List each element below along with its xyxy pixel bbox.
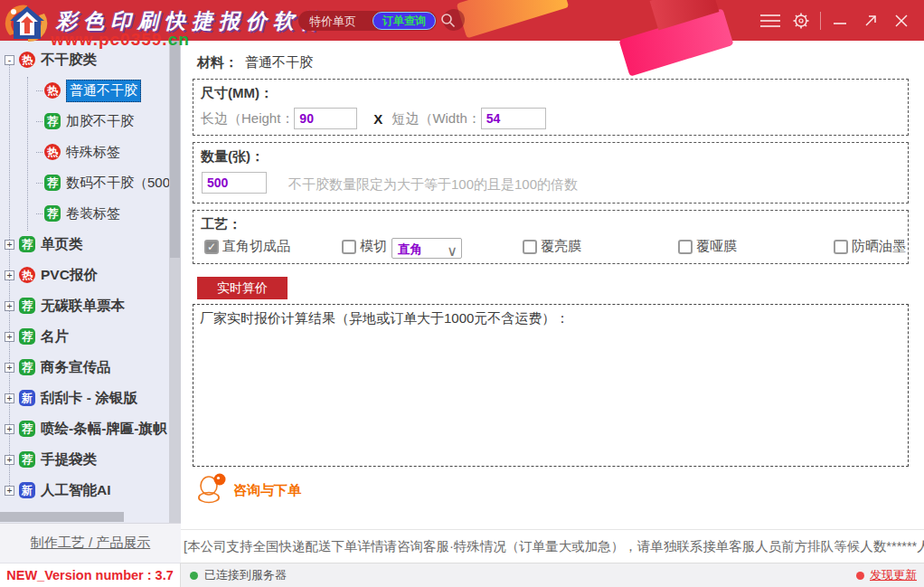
qq-chat-icon <box>197 473 226 507</box>
search-input[interactable]: 特价单页 订单查询 <box>298 11 437 31</box>
checkbox-unchecked[interactable] <box>678 240 693 254</box>
tree-item-label[interactable]: 数码不干胶（500张以 <box>66 175 169 192</box>
tree-stub <box>36 121 42 122</box>
select-value: 直角 <box>398 241 422 258</box>
recommend-badge: 荐 <box>44 175 61 191</box>
tree-item-weixin-mingpian[interactable]: + 热 微信名片 <box>0 506 169 511</box>
expand-icon[interactable]: + <box>5 455 14 465</box>
close-button[interactable] <box>886 7 917 34</box>
consult-order-link[interactable]: 咨询与下单 <box>197 473 301 507</box>
expand-icon[interactable]: + <box>5 424 14 434</box>
tree-item-label[interactable]: 名片 <box>41 327 69 346</box>
tree-item-shuma-buganjiao[interactable]: 荐 数码不干胶（500张以 <box>0 167 169 198</box>
size-section: 尺寸(MM)： 长边（Height： X 短边（Width： <box>193 79 909 136</box>
die-cut-shape-select[interactable]: 直角 ∨ <box>391 238 462 259</box>
tree-item-label[interactable]: 刮刮卡 - 涂银版 <box>41 389 137 408</box>
tree-item-jiajiao-buganjiao[interactable]: 荐 加胶不干胶 <box>0 106 169 137</box>
realtime-quote-button[interactable]: 实时算价 <box>197 277 288 299</box>
tree-item-rengong-zhineng-ai[interactable]: + 新 人工智能AI <box>0 475 169 506</box>
tree-stub <box>36 183 42 184</box>
tree-item-label[interactable]: 无碳联单票本 <box>41 297 125 316</box>
order-query-button[interactable]: 订单查询 <box>372 12 436 30</box>
controls-divider <box>820 12 821 30</box>
tree-item-juanzhuang-biaoqian[interactable]: 荐 卷装标签 <box>0 198 169 229</box>
hscrollbar-thumb[interactable] <box>0 512 124 522</box>
tree-item-label[interactable]: PVC报价 <box>41 266 98 285</box>
tree-item-teshu-biaoqian[interactable]: 热 特殊标签 <box>0 137 169 167</box>
tree-item-wutan-liandan[interactable]: + 荐 无碳联单票本 <box>0 290 169 321</box>
tree-item-label[interactable]: 手提袋类 <box>41 450 97 469</box>
expand-icon[interactable]: + <box>5 270 14 280</box>
tree-item-label[interactable]: 卷装标签 <box>66 205 120 222</box>
expand-icon[interactable]: + <box>5 240 14 250</box>
consult-order-label[interactable]: 咨询与下单 <box>233 482 301 499</box>
tree-item-danye-lei[interactable]: + 荐 单页类 <box>0 229 169 260</box>
checkbox-checked[interactable]: ✓ <box>204 240 219 254</box>
checkbox-unchecked[interactable] <box>834 240 848 254</box>
expand-icon[interactable]: + <box>5 393 14 403</box>
recommend-badge: 荐 <box>19 421 35 437</box>
craft-section-title: 工艺： <box>201 216 241 233</box>
tree-item-label[interactable]: 人工智能AI <box>41 481 111 500</box>
tree-item-penhui-tiaofu[interactable]: + 荐 喷绘-条幅-牌匾-旗帜 <box>0 413 169 444</box>
decorative-ribbon-orange <box>457 0 570 38</box>
update-dot-icon <box>856 572 864 580</box>
material-label: 材料： <box>197 54 238 70</box>
craft-option-right-angle-cut[interactable]: ✓ 直角切成品 <box>204 238 290 255</box>
craft-option-uv-ink[interactable]: 防晒油墨 <box>834 238 906 255</box>
tree-item-label[interactable]: 特殊标签 <box>66 144 120 161</box>
tree-item-shoutidai-lei[interactable]: + 荐 手提袋类 <box>0 444 169 475</box>
window-controls <box>755 0 917 41</box>
craft-option-die-cut[interactable]: 模切 <box>342 238 387 255</box>
tree-item-mingpian[interactable]: + 荐 名片 <box>0 321 169 352</box>
size-section-title: 尺寸(MM)： <box>201 85 273 102</box>
minimize-button[interactable] <box>825 7 855 34</box>
tree-item-putong-buganjiao[interactable]: 热 普通不干胶 <box>0 75 169 106</box>
quantity-input[interactable] <box>202 172 267 194</box>
tree-item-label[interactable]: 加胶不干胶 <box>66 113 134 130</box>
height-input[interactable] <box>294 108 357 129</box>
tree-item-label[interactable]: 不干胶类 <box>41 51 97 70</box>
craft-option-matte-film[interactable]: 覆哑膜 <box>678 238 737 255</box>
expand-icon[interactable]: + <box>5 332 14 342</box>
checkbox-label[interactable]: 覆亮膜 <box>541 238 581 255</box>
checkbox-unchecked[interactable] <box>523 240 537 254</box>
vertical-scrollbar[interactable] <box>169 41 181 523</box>
collapse-icon[interactable]: - <box>5 55 14 65</box>
checkbox-label[interactable]: 防晒油墨 <box>852 238 906 255</box>
tree-item-label[interactable]: 单页类 <box>41 235 83 254</box>
maximize-button[interactable] <box>855 7 886 34</box>
horizontal-scrollbar[interactable] <box>0 511 169 523</box>
tree-stub <box>36 213 42 214</box>
search-icon[interactable] <box>440 13 456 32</box>
checkbox-label[interactable]: 直角切成品 <box>222 238 290 255</box>
tree-item-label-selected[interactable]: 普通不干胶 <box>66 80 141 102</box>
tree-item-shangwu-xuanchuanpin[interactable]: + 荐 商务宣传品 <box>0 352 169 383</box>
material-value: 普通不干胶 <box>245 54 313 70</box>
checkbox-label[interactable]: 模切 <box>360 238 387 255</box>
checkbox-unchecked[interactable] <box>342 240 356 254</box>
quantity-section: 数量(张)： 不干胶数量限定为大于等于100的且是100的倍数 <box>193 142 909 204</box>
tree-item-pvc-baojia[interactable]: + 热 PVC报价 <box>0 260 169 290</box>
tree-item-label[interactable]: 商务宣传品 <box>41 358 111 377</box>
craft-showcase-link[interactable]: 制作工艺 / 产品展示 <box>31 535 151 552</box>
hamburger-menu-icon[interactable] <box>755 7 786 34</box>
checkbox-label[interactable]: 覆哑膜 <box>696 238 737 255</box>
expand-icon[interactable]: + <box>5 363 14 373</box>
notice-bar: [本公司支持全国快递配送下单详情请咨询客服·特殊情况（订单量大或加急），请单独联… <box>181 529 924 563</box>
craft-option-gloss-film[interactable]: 覆亮膜 <box>523 238 581 255</box>
expand-icon[interactable]: + <box>5 486 14 496</box>
gear-icon[interactable] <box>786 7 816 34</box>
watermark-text: www.pc0359. <box>51 30 168 49</box>
tree-item-label[interactable]: 喷绘-条幅-牌匾-旗帜 <box>41 420 167 439</box>
expand-icon[interactable]: + <box>5 301 14 311</box>
connected-dot-icon <box>190 572 198 580</box>
watermark-tld: cn <box>168 30 190 49</box>
width-input[interactable] <box>481 108 546 129</box>
quote-result-label: 厂家实时报价计算结果（异地或订单大于1000元不含运费）： <box>200 310 569 327</box>
version-bar: NEW_Version number : 3.7 <box>0 563 181 587</box>
vscrollbar-thumb[interactable] <box>170 41 180 258</box>
site-watermark: www.pc0359.cn <box>51 30 190 50</box>
tree-item-guaguaka[interactable]: + 新 刮刮卡 - 涂银版 <box>0 383 169 413</box>
update-link[interactable]: 发现更新 <box>870 567 917 583</box>
